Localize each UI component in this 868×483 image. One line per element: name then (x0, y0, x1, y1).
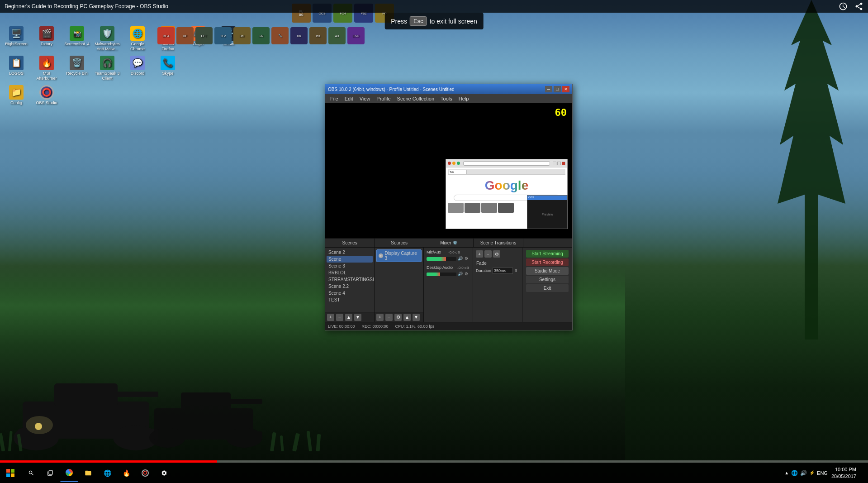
scene-item-test[interactable]: TEST (327, 296, 373, 303)
obs-menu-view[interactable]: View (356, 94, 374, 103)
scene-item-scene22[interactable]: Scene 2.2 (327, 283, 373, 290)
obs-maximize-button[interactable]: □ (554, 86, 561, 92)
desktop-icon-msi[interactable]: 🔥 MSI Afterburner (33, 54, 61, 82)
browser-maximize-dot (457, 162, 460, 165)
source-settings-button[interactable]: ⚙ (394, 314, 402, 321)
taskbar-ie-icon[interactable]: 🌐 (98, 464, 116, 482)
mixer-mic-settings-icon[interactable]: ⚙ (465, 256, 470, 262)
desktop-icon-chrome[interactable]: 🌐 Google Chrome (123, 25, 152, 53)
taskbar-icons: 🌐 🔥 ⭕ (20, 464, 175, 482)
svg-rect-24 (6, 473, 10, 477)
thumb4 (498, 203, 514, 213)
source-up-button[interactable]: ▲ (403, 314, 411, 321)
obs-nested-content: Preview (527, 200, 567, 229)
transition-controls: + − ⚙ (474, 249, 521, 259)
add-scene-button[interactable]: + (327, 314, 334, 321)
desktop-icon-rightscreen[interactable]: 🖥️ RightScreen (2, 25, 30, 53)
scene-item-scene2[interactable]: Scene 2 (327, 249, 373, 256)
game-icon-day-of-infamy[interactable]: DoI (233, 27, 251, 44)
game-icon-ghost-recon[interactable]: GR (252, 27, 270, 44)
desktop-icon-obs-studio[interactable]: ⭕ OBS Studio (33, 84, 61, 107)
obs-menu-scene-collection[interactable]: Scene Collection (394, 94, 438, 103)
tank-silhouettes (0, 325, 326, 460)
show-hidden-icons-button[interactable]: ▲ (784, 470, 789, 475)
game-icon-rainbow-six[interactable]: R6 (290, 27, 308, 44)
taskbar-search-icon[interactable] (22, 464, 40, 482)
mixer-mic-mute-icon[interactable]: 🔊 (458, 256, 463, 262)
transition-settings-button[interactable]: ⚙ (493, 250, 500, 258)
obs-close-button[interactable]: ✕ (562, 86, 569, 92)
language-indicator[interactable]: ENG (817, 470, 828, 476)
game-icon-bf4[interactable]: BF4 (157, 27, 175, 44)
settings-button[interactable]: Settings (526, 276, 569, 283)
studio-mode-button[interactable]: Studio Mode (526, 267, 569, 275)
share-icon[interactable] (854, 2, 863, 11)
mixer-mic-bar-row: 🔊 ⚙ (425, 255, 471, 263)
taskbar-clock[interactable]: 10:00 PM 28/05/2017 (831, 466, 856, 479)
remove-source-button[interactable]: − (385, 314, 393, 321)
obs-menu-file[interactable]: File (327, 94, 342, 103)
game-icon-escape-tarkov[interactable]: EFT (195, 27, 213, 44)
volume-icon[interactable]: 🔊 (800, 470, 807, 476)
obs-menu-edit[interactable]: Edit (342, 94, 356, 103)
taskbar-obs-icon[interactable]: ⭕ (136, 464, 154, 482)
scenes-panel-header: Scenes (325, 239, 375, 247)
watch-later-icon[interactable] (839, 2, 848, 11)
mixer-desktop-mute-icon[interactable]: 🔊 (458, 272, 463, 277)
transition-add-button[interactable]: + (476, 250, 483, 258)
desktop-icon-discord[interactable]: 💬 Discord (123, 54, 152, 82)
game-icon-insurgency[interactable]: Ins (309, 27, 327, 44)
game-icon-arma3[interactable]: A3 (328, 27, 346, 44)
obs-live-status: LIVE: 00:00:00 (328, 324, 355, 329)
game-icon-titanfall2[interactable]: TF2 (214, 27, 232, 44)
move-scene-up-button[interactable]: ▲ (345, 314, 352, 321)
move-scene-down-button[interactable]: ▼ (354, 314, 361, 321)
desktop-icon-config[interactable]: 📁 Config (2, 84, 30, 107)
source-down-button[interactable]: ▼ (413, 314, 420, 321)
mixer-desktop-settings-icon[interactable]: ⚙ (465, 272, 470, 277)
mixer-content: Mic/Aux -0.0 dB 🔊 ⚙ Desktop Audio -0.0 d… (424, 248, 473, 322)
mixer-settings-icon[interactable]: ⚙️ (453, 241, 457, 245)
desktop-icon-teamspeak[interactable]: 🎧 TeamSpeak 3 Client (93, 54, 121, 82)
start-streaming-button[interactable]: Start Streaming (526, 250, 569, 258)
thumb1 (448, 203, 464, 213)
scene-item-brblol[interactable]: BRBLOL (327, 269, 373, 276)
scene-item-scene4[interactable]: Scene 4 (327, 290, 373, 296)
desktop-icon-recycle-bin[interactable]: 🗑️ Recycle Bin (63, 54, 91, 82)
game-icon-eso[interactable]: ESO (347, 27, 365, 44)
obs-minimize-button[interactable]: ─ (545, 86, 552, 92)
add-source-button[interactable]: + (376, 314, 384, 321)
obs-menu-profile[interactable]: Profile (373, 94, 394, 103)
exit-fullscreen-text: to exit full screen (430, 18, 477, 25)
stream-buttons-content: Start Streaming Start Recording Studio M… (522, 248, 572, 322)
game-icon-battlelog[interactable]: BF (176, 27, 194, 44)
desktop-icon-skype[interactable]: 📞 Skype (154, 54, 182, 82)
desktop-icon-malwarebytes[interactable]: 🛡️ Malwarebytes Anti-Malw... (93, 25, 121, 53)
start-recording-button[interactable]: Start Recording (526, 258, 569, 266)
youtube-titlebar: Beginner's Guide to Recording PC Gamepla… (0, 0, 868, 13)
taskbar-afterburner-icon[interactable]: 🔥 (117, 464, 135, 482)
obs-menu-tools[interactable]: Tools (437, 94, 455, 103)
taskbar-task-view-icon[interactable] (41, 464, 59, 482)
desktop-icon-dxtory[interactable]: 🎬 Dxtory (33, 25, 61, 53)
transition-remove-button[interactable]: − (484, 250, 492, 258)
source-display-capture[interactable]: 👁 Display Capture 3 (376, 249, 422, 262)
taskbar-chrome-icon[interactable] (60, 464, 78, 482)
network-icon[interactable]: 🌐 (791, 470, 798, 476)
taskbar-settings-icon[interactable] (155, 464, 173, 482)
transition-duration-input[interactable] (493, 268, 513, 274)
desktop-icon-screenshot[interactable]: 📸 Screenshot_4 (63, 25, 91, 53)
mixer-mic-fill (427, 257, 446, 261)
taskbar-file-explorer-icon[interactable] (79, 464, 97, 482)
taskbar: 🌐 🔥 ⭕ ▲ 🌐 🔊 ⚡ ENG 10:00 PM 28/05/2017 (0, 463, 868, 483)
battery-icon[interactable]: ⚡ (809, 470, 815, 475)
obs-menu-help[interactable]: Help (455, 94, 472, 103)
game-icon-rust[interactable]: 🔧 (271, 27, 289, 44)
start-button[interactable] (0, 463, 20, 483)
remove-scene-button[interactable]: − (336, 314, 343, 321)
scene-item-scene3[interactable]: Scene 3 (327, 263, 373, 269)
scene-item-streamstarting[interactable]: STREAMSTARTINGSHORTYL (327, 276, 373, 283)
scene-item-scene[interactable]: Scene (327, 256, 373, 263)
exit-button[interactable]: Exit (526, 284, 569, 292)
desktop-icon-logos[interactable]: 📋 LOGOS (2, 54, 30, 82)
